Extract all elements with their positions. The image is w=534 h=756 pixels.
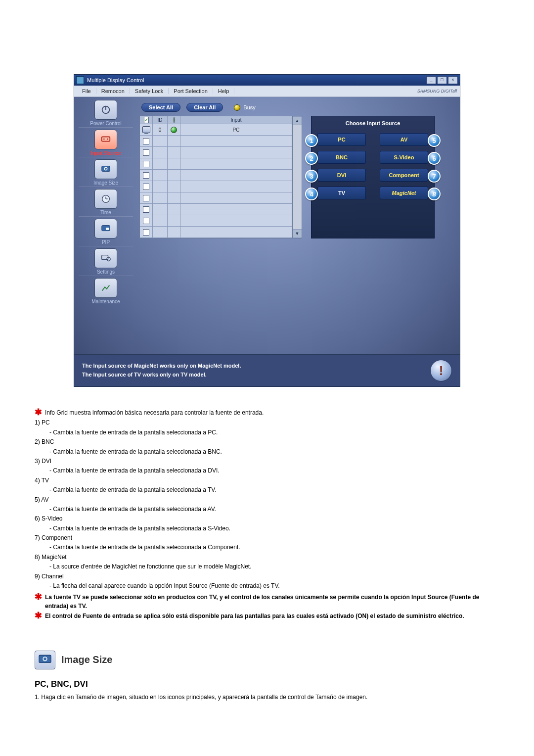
- list-item: 4) TV: [35, 476, 499, 485]
- list-item: - La source d'entrée de MagicNet ne fonc…: [49, 563, 499, 571]
- source-av-button[interactable]: AV 5: [380, 133, 428, 146]
- grid-cell-status: [168, 124, 180, 136]
- callout-5: 5: [428, 134, 441, 147]
- note-text: El control de Fuente de entrada se aplic…: [45, 612, 464, 620]
- intro-text: Info Grid muestra información básica nec…: [45, 409, 264, 417]
- svg-point-3: [103, 139, 105, 140]
- sidebar-item-settings[interactable]: Settings: [79, 248, 133, 276]
- sidebar-label: Time: [100, 210, 111, 215]
- power-icon: [94, 100, 117, 120]
- svg-rect-5: [102, 166, 110, 172]
- grid-header-input: Input: [180, 116, 292, 124]
- callout-2: 2: [305, 152, 318, 165]
- svg-rect-11: [106, 228, 109, 230]
- list-item: 6) S-Video: [35, 515, 499, 523]
- maximize-button[interactable]: □: [437, 76, 447, 84]
- sidebar-label: Image Size: [93, 180, 118, 186]
- svg-rect-2: [102, 137, 110, 142]
- source-pc-button[interactable]: 1 PC: [317, 133, 366, 146]
- callout-1: 1: [305, 134, 318, 147]
- star-icon: ✱: [35, 593, 42, 600]
- svg-rect-14: [39, 655, 51, 662]
- grid-scrollbar[interactable]: ▲ ▼: [293, 116, 302, 238]
- sidebar-label: PIP: [102, 239, 110, 245]
- select-all-button[interactable]: Select All: [141, 103, 180, 112]
- sidebar-item-input-source[interactable]: Input Source: [79, 130, 133, 157]
- star-icon: ✱: [35, 612, 42, 619]
- image-size-icon: [94, 159, 117, 179]
- app-title: Multiple Display Control: [87, 77, 144, 83]
- grid-header-status: [168, 116, 180, 124]
- monitor-icon: [142, 126, 150, 133]
- svg-rect-12: [102, 255, 108, 260]
- list-item: - Cambia la fuente de entrada de la pant…: [49, 543, 499, 552]
- menu-safety-lock[interactable]: Safety Lock: [130, 88, 169, 94]
- list-item: - La flecha del canal aparece cuando la …: [49, 582, 499, 590]
- star-icon: ✱: [35, 409, 42, 416]
- sidebar-item-time[interactable]: Time: [79, 189, 133, 217]
- callout-3: 3: [305, 170, 318, 183]
- menu-help[interactable]: Help: [213, 88, 235, 94]
- sidebar-item-image-size[interactable]: Image Size: [79, 159, 133, 187]
- footer-line-1: The Input source of MagicNet works only …: [82, 363, 241, 369]
- pip-icon: [94, 219, 117, 238]
- callout-6: 6: [428, 152, 441, 165]
- callout-8: 8: [428, 188, 441, 200]
- svg-point-13: [107, 257, 110, 261]
- svg-point-4: [107, 139, 108, 140]
- sidebar-item-pip[interactable]: PIP: [79, 219, 133, 246]
- busy-dot-icon: [234, 104, 240, 111]
- list-item: 7) Component: [35, 534, 499, 542]
- source-bnc-button[interactable]: 2 BNC: [317, 151, 366, 164]
- minimize-button[interactable]: _: [426, 76, 436, 84]
- source-tv-button[interactable]: 4 TV: [317, 187, 366, 199]
- brand-label: SAMSUNG DIGITall: [417, 89, 457, 94]
- clear-all-button[interactable]: Clear All: [186, 103, 223, 112]
- list-item: 2) BNC: [35, 438, 499, 446]
- sidebar-item-power[interactable]: Power Control: [79, 100, 133, 128]
- list-item: - Cambia la fuente de entrada de la pant…: [49, 448, 499, 456]
- list-item: 8) MagicNet: [35, 553, 499, 562]
- source-magicnet-button[interactable]: MagicNet 8: [380, 187, 428, 199]
- list-item: - Cambia la fuente de entrada de la pant…: [49, 467, 499, 475]
- maintenance-icon: [94, 278, 117, 298]
- source-svideo-button[interactable]: S-Video 6: [380, 151, 428, 164]
- source-component-button[interactable]: Component 7: [380, 169, 428, 182]
- callout-4: 4: [305, 188, 318, 200]
- menu-remocon[interactable]: Remocon: [96, 88, 130, 94]
- note-text: La fuente TV se puede seleccionar sólo e…: [45, 593, 499, 611]
- app-screenshot: Multiple Display Control _ □ × File Remo…: [74, 74, 460, 387]
- grid-cell-input: PC: [180, 124, 292, 136]
- list-item: 5) AV: [35, 496, 499, 504]
- sidebar-item-maintenance[interactable]: Maintenance: [79, 278, 133, 305]
- sidebar-label: Maintenance: [91, 299, 120, 304]
- input-source-panel: Choose Input Source 1 PC AV 5 2: [311, 116, 435, 238]
- grid-header-check: [140, 116, 153, 124]
- section-title: Image Size: [61, 653, 112, 667]
- list-item: 9) Channel: [35, 572, 499, 581]
- status-led-icon: [171, 127, 177, 133]
- footer-line-2: The Input source of TV works only on TV …: [82, 372, 207, 378]
- sidebar: Power Control Input Source Image Size: [74, 97, 137, 354]
- grid-cell-check[interactable]: [140, 124, 153, 136]
- list-item: - Cambia la fuente de entrada de la pant…: [49, 486, 499, 494]
- settings-icon: [94, 248, 117, 268]
- input-icon: [94, 130, 117, 149]
- close-button[interactable]: ×: [448, 76, 458, 84]
- panel-title: Choose Input Source: [315, 120, 430, 126]
- image-size-icon: [35, 651, 55, 669]
- source-dvi-button[interactable]: 3 DVI: [317, 169, 366, 182]
- menu-file[interactable]: File: [77, 88, 96, 94]
- step-text: 1. Haga clic en Tamaño de imagen, situad…: [42, 693, 499, 702]
- callout-7: 7: [428, 170, 441, 183]
- titlebar: Multiple Display Control _ □ ×: [74, 75, 460, 86]
- scroll-up-icon[interactable]: ▲: [293, 116, 302, 125]
- busy-indicator: Busy: [234, 104, 255, 111]
- scroll-down-icon[interactable]: ▼: [293, 229, 302, 238]
- time-icon: [94, 189, 117, 209]
- menu-port-selection[interactable]: Port Selection: [169, 88, 213, 94]
- checkbox-icon[interactable]: [144, 117, 149, 123]
- list-item: 3) DVI: [35, 457, 499, 466]
- footer-bar: The Input source of MagicNet works only …: [74, 354, 460, 386]
- grid-header-id: ID: [153, 116, 168, 124]
